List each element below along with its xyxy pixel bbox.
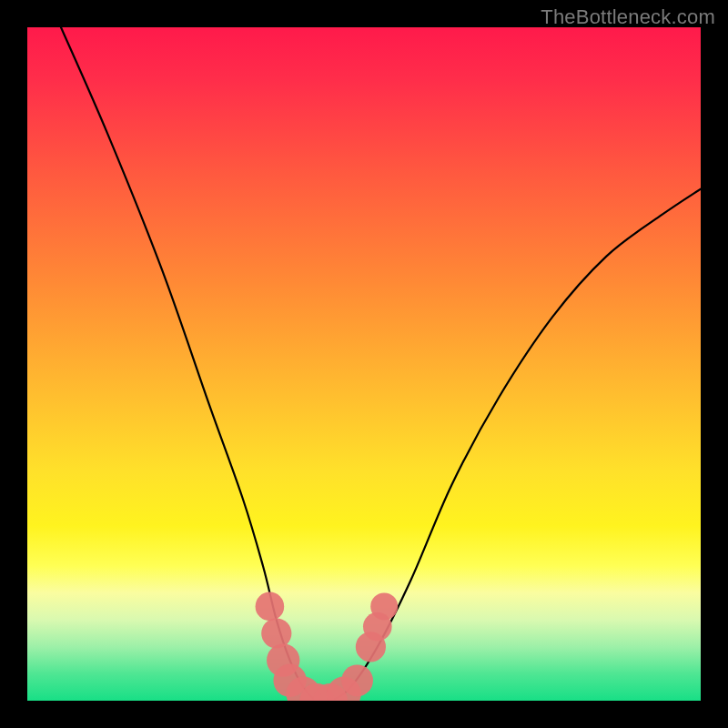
marker-group <box>256 592 399 701</box>
curve-marker <box>370 592 398 620</box>
curve-marker <box>341 664 373 696</box>
chart-frame: TheBottleneck.com <box>0 0 728 728</box>
plot-area <box>27 27 701 701</box>
watermark-text: TheBottleneck.com <box>541 5 715 29</box>
curve-marker <box>261 618 291 648</box>
curve-marker <box>256 592 285 622</box>
bottleneck-curve <box>27 27 701 701</box>
